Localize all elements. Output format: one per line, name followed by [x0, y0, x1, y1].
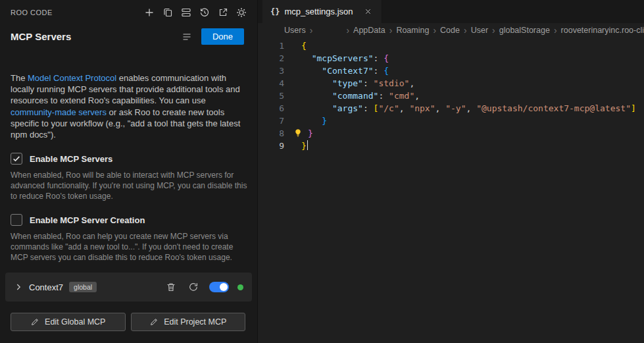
breadcrumb-separator-icon: › [310, 26, 313, 35]
line-number: 3 [258, 65, 284, 77]
extension-title: ROO CODE [11, 9, 53, 16]
edit-project-mcp-button[interactable]: Edit Project MCP [131, 313, 246, 331]
breadcrumb-item[interactable]: Code [440, 26, 460, 35]
code-line[interactable]: 3 "Context7": { [258, 65, 644, 77]
server-row[interactable]: Context7 global [5, 273, 252, 302]
checkbox-label: Enable MCP Server Creation [30, 215, 145, 225]
panel-toolbar [143, 6, 248, 19]
mcp-footer-buttons: Edit Global MCP Edit Project MCP [11, 313, 245, 331]
breadcrumb-separator-icon: › [492, 26, 495, 35]
vscode-window: ROO CODE [0, 0, 644, 343]
close-icon[interactable] [363, 7, 374, 17]
line-number: 7 [258, 115, 284, 127]
roo-code-panel: ROO CODE [0, 0, 258, 343]
done-button[interactable]: Done [201, 28, 244, 45]
trash-icon[interactable] [164, 280, 178, 294]
json-file-icon: {} [270, 7, 280, 16]
chevron-right-icon[interactable] [12, 280, 25, 294]
checkbox-label: Enable MCP Servers [30, 154, 112, 164]
code-line[interactable]: 9} [258, 140, 644, 152]
toggle-knob [220, 283, 228, 291]
server-stack-icon[interactable] [180, 6, 193, 19]
page-header: MCP Servers Done [0, 20, 257, 51]
line-number: 6 [258, 102, 284, 115]
breadcrumb-separator-icon: › [554, 26, 557, 35]
breadcrumb-separator-icon: › [389, 26, 393, 35]
code-line[interactable]: 7 } [258, 115, 644, 127]
enable-mcp-creation-checkbox[interactable] [11, 214, 22, 226]
line-number: 4 [258, 77, 284, 90]
editor-group: {} mcp_settings.json Users››AppData›Roam… [258, 0, 644, 343]
tab-bar: {} mcp_settings.json [258, 0, 644, 23]
intro-text: The Model Context Protocol enables commu… [11, 72, 245, 140]
check-icon [12, 154, 21, 163]
enable-mcp-servers-row: Enable MCP Servers [11, 153, 247, 165]
text-cursor [307, 140, 309, 150]
breadcrumb-item[interactable]: globalStorage [499, 26, 550, 35]
status-indicator [237, 284, 243, 290]
edit-global-mcp-button[interactable]: Edit Global MCP [11, 313, 126, 331]
pencil-icon [149, 317, 159, 327]
code-line[interactable]: 2 "mcpServers": { [258, 52, 644, 65]
gear-icon[interactable] [235, 6, 248, 19]
breadcrumb: Users››AppData›Roaming›Code›User›globalS… [258, 23, 644, 38]
line-number: 2 [258, 52, 284, 65]
server-name: Context7 [29, 282, 63, 292]
scope-badge: global [69, 282, 97, 292]
breadcrumb-separator-icon: › [433, 26, 436, 35]
model-context-protocol-link[interactable]: Model Context Protocol [28, 73, 116, 83]
page-title: MCP Servers [11, 31, 180, 42]
enable-mcp-servers-checkbox[interactable] [11, 153, 22, 165]
line-number: 8 [258, 127, 284, 140]
breadcrumb-item[interactable]: Roaming [396, 26, 429, 35]
line-number: 5 [258, 90, 284, 102]
open-external-icon[interactable] [216, 6, 230, 19]
code-line[interactable]: 5 "command": "cmd", [258, 90, 644, 102]
checkbox-description: When enabled, Roo can help you create ne… [11, 231, 249, 263]
server-enabled-toggle[interactable] [209, 282, 229, 292]
code-editor[interactable]: 1{2 "mcpServers": {3 "Context7": {4 "typ… [258, 38, 644, 152]
code-line[interactable]: 4 "type": "stdio", [258, 77, 644, 90]
line-number: 1 [258, 40, 284, 52]
copy-icon[interactable] [161, 6, 174, 19]
code-line[interactable]: 6 "args": ["/c", "npx", "-y", "@upstash/… [258, 102, 644, 115]
panel-topbar: ROO CODE [0, 0, 257, 20]
refresh-icon[interactable] [187, 280, 200, 294]
pencil-icon [30, 317, 39, 327]
breadcrumb-item[interactable]: User [471, 26, 488, 35]
community-servers-link[interactable]: community-made servers [11, 107, 107, 117]
breadcrumb-item[interactable]: Users [284, 26, 306, 35]
breadcrumb-item[interactable]: AppData [353, 26, 385, 35]
code-line[interactable]: 1{ [258, 40, 644, 52]
code-line[interactable]: 8} [258, 127, 644, 140]
checkbox-description: When enabled, Roo will be able to intera… [11, 170, 249, 201]
breadcrumb-separator-icon: › [464, 26, 467, 35]
line-number: 9 [258, 140, 284, 152]
history-icon[interactable] [198, 6, 211, 19]
plus-icon[interactable] [143, 6, 156, 19]
breadcrumb-item[interactable]: rooveterinaryinc.roo-cli [561, 26, 644, 35]
tab-mcp-settings[interactable]: {} mcp_settings.json [262, 0, 382, 23]
server-list-icon[interactable] [180, 30, 193, 43]
enable-mcp-creation-row: Enable MCP Server Creation [11, 214, 247, 226]
lightbulb-icon[interactable] [293, 127, 303, 140]
breadcrumb-separator-icon: › [346, 26, 349, 35]
tab-label: mcp_settings.json [284, 7, 353, 16]
